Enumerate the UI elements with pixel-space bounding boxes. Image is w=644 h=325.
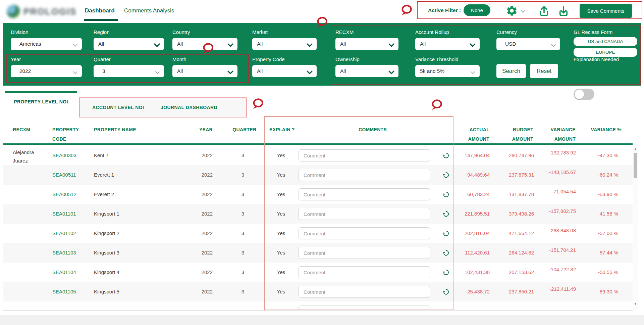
actual-amount-cell: 94,489.64 [439, 165, 490, 185]
tab-journal-dashboard[interactable]: JOURNAL DASHBOARD [161, 98, 217, 117]
year-select[interactable]: 2022 [11, 65, 82, 77]
reset-button[interactable]: Reset [530, 64, 558, 78]
chevron-down-icon [155, 69, 160, 76]
property-name-cell: Kent 7 [94, 146, 108, 165]
year-cell: 2022 [179, 243, 213, 263]
upload-icon[interactable] [538, 5, 550, 17]
division-select[interactable]: Americas [11, 38, 82, 50]
annotation-speech-bubble-icon [252, 98, 264, 111]
tab-property-level-noi[interactable]: PROPERTY LEVEL NOI [5, 99, 77, 104]
table-header: RECXM PROPERTY CODE PROPERTY NAME YEAR Q… [3, 123, 633, 143]
property-code-cell[interactable]: SEA01103 [52, 243, 76, 263]
property-name-cell: Everett 1 [94, 165, 114, 185]
col-header-variance-line2: AMOUNT [525, 134, 576, 144]
currency-label: Currency [496, 29, 517, 35]
col-header-actual-line2: AMOUNT [439, 134, 489, 144]
explanation-needed-toggle[interactable] [574, 89, 594, 100]
month-select[interactable]: All [172, 65, 237, 77]
gl-reclass-label: GL Reclass Form [574, 29, 612, 35]
actual-amount-cell: 25,438.72 [439, 282, 490, 301]
footer-band [0, 315, 644, 325]
comment-input[interactable] [299, 227, 430, 239]
toggle-knob [575, 90, 584, 99]
property-code-cell[interactable]: SEA00512 [52, 185, 76, 204]
ownership-select[interactable]: All [335, 65, 398, 77]
year-value: 2022 [11, 68, 31, 74]
comment-input[interactable] [299, 266, 430, 278]
nav-tab-dashboard[interactable]: Dashboard [85, 7, 115, 14]
property-code-cell[interactable]: SEA01101 [52, 204, 76, 224]
comment-input-partial[interactable] [299, 306, 430, 311]
explain-cell: Yes [269, 263, 293, 282]
col-header-property-code-line1: PROPERTY [52, 125, 79, 134]
explain-cell: Yes [269, 185, 293, 204]
year-cell: 2022 [179, 282, 213, 301]
recxm-select[interactable]: All [335, 38, 398, 50]
property-code-cell[interactable]: SEA01104 [52, 263, 76, 282]
quarter-cell: 3 [226, 263, 260, 282]
currency-select[interactable]: USD [496, 38, 560, 50]
quarter-cell: 3 [226, 165, 260, 185]
variance-threshold-label: Variance Threshold [415, 56, 459, 62]
property-code-cell[interactable]: SEA01102 [52, 224, 76, 243]
scrollbar-up-arrow[interactable]: ▲ [633, 147, 638, 150]
quarter-cell: 3 [226, 204, 260, 224]
quarter-select[interactable]: 3 [94, 65, 164, 77]
country-value: All [172, 41, 183, 47]
comment-input[interactable] [299, 208, 430, 220]
property-code-cell[interactable]: SEA00511 [52, 165, 76, 185]
property-code-select[interactable]: All [252, 65, 317, 77]
comment-input[interactable] [299, 247, 430, 259]
nav-tab-comments-analysis[interactable]: Comments Analysis [124, 7, 174, 14]
col-header-variance-line1: VARIANCE [525, 125, 576, 134]
variance-pct-cell: -89.30 % [568, 282, 618, 301]
variance-threshold-select[interactable]: 5k and 5% [415, 65, 480, 77]
year-cell: 2022 [179, 263, 213, 282]
region-select[interactable]: All [94, 38, 164, 50]
actual-amount-cell: 60,783.24 [439, 185, 490, 204]
month-label: Month [172, 56, 186, 62]
quarter-cell: 3 [226, 224, 260, 243]
scrollbar-down-arrow[interactable]: ▼ [633, 302, 638, 306]
property-code-value: All [252, 68, 263, 74]
actual-amount-cell: 102,431.30 [439, 263, 490, 282]
gl-reclass-us-canada-button[interactable]: US and CANADA [574, 37, 637, 46]
property-name-cell: Kingsport 2 [94, 224, 119, 243]
prologis-logo: PROLOGIS [7, 4, 77, 19]
property-name-cell: Everett 2 [94, 185, 114, 204]
tab-account-level-noi[interactable]: ACCOUNT LEVEL NOI [92, 98, 144, 117]
comment-input[interactable] [299, 188, 430, 200]
actual-amount-cell: 221,695.51 [439, 204, 490, 224]
comment-input[interactable] [299, 286, 430, 298]
comment-input[interactable] [299, 169, 430, 181]
save-comments-button[interactable]: Save Comments [580, 4, 632, 18]
explain-cell: Yes [269, 243, 293, 263]
col-header-recxm: RECXM [13, 125, 30, 134]
col-header-property-name: PROPERTY NAME [94, 125, 136, 134]
active-filter-value-pill[interactable]: None [464, 4, 490, 16]
scrollbar-thumb[interactable] [634, 153, 637, 178]
prologis-logo-text: PROLOGIS [23, 7, 77, 17]
explain-cell: Yes [269, 204, 293, 224]
gl-reclass-europe-button[interactable]: EUROPE [574, 48, 637, 57]
property-code-cell[interactable]: SEA00303 [52, 146, 76, 165]
country-select[interactable]: All [172, 38, 237, 50]
property-code-cell[interactable]: SEA01105 [52, 282, 76, 301]
settings-chevron-down-icon[interactable] [520, 9, 526, 15]
market-select[interactable]: All [252, 38, 317, 50]
year-cell: 2022 [179, 204, 213, 224]
country-label: Country [172, 29, 190, 35]
account-rollup-label: Account Rollup [415, 29, 449, 35]
account-rollup-select[interactable]: All [415, 38, 480, 50]
quarter-value: 3 [94, 68, 105, 74]
search-button[interactable]: Search [496, 64, 526, 78]
dashboard-page: PROLOGIS Dashboard Comments Analysis Act… [0, 0, 644, 325]
comment-input[interactable] [299, 149, 430, 161]
download-icon[interactable] [557, 5, 570, 17]
settings-gear-icon[interactable] [506, 5, 518, 17]
quarter-label: Quarter [94, 56, 111, 62]
col-header-quarter: QUARTER [226, 125, 263, 134]
table-header-divider [3, 143, 633, 145]
col-header-comments: COMMENTS [322, 125, 423, 134]
chevron-down-icon [551, 42, 556, 48]
